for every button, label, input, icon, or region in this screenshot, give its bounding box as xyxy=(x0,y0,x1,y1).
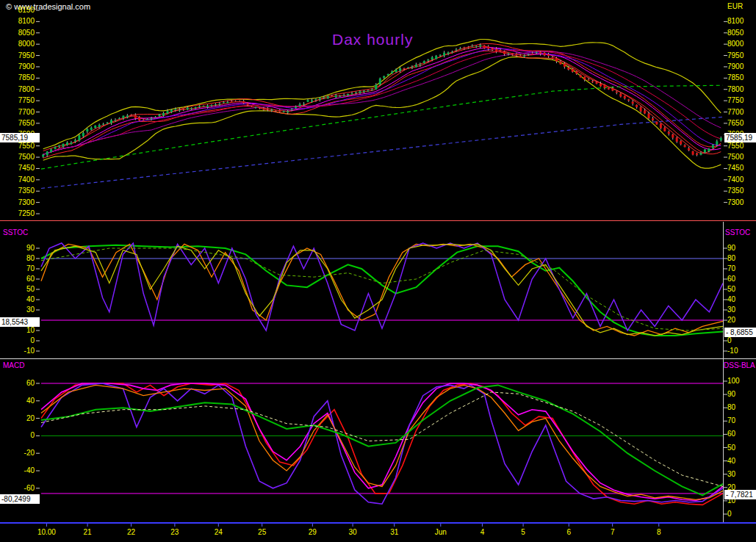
bollinger-upper-line xyxy=(43,40,721,149)
macd-value-box-left: -80,2499 xyxy=(0,494,40,504)
ma-line-4 xyxy=(43,46,721,155)
envelope-upper-line xyxy=(43,44,721,151)
price-panel xyxy=(41,40,723,189)
last-price-box-right: 7585,19 xyxy=(724,133,756,142)
bollinger-lower-line xyxy=(43,57,721,169)
ma-line-28 xyxy=(43,51,721,154)
dss-value-box-right: - 7,7821 xyxy=(724,490,756,499)
sstoc-label-left: SSTOC xyxy=(3,228,28,236)
sstoc-fast-purple xyxy=(41,243,723,330)
tradesignal-chart-window: © www.tradesignal.com Dax hourly EUR SST… xyxy=(0,0,756,542)
macd-orange xyxy=(41,385,723,499)
sstoc-label-right: SSTOC xyxy=(725,228,750,236)
sstoc-green-dashed xyxy=(41,248,723,330)
sstoc-orange xyxy=(41,244,723,336)
last-price-box-left: 7585,19 xyxy=(0,133,40,142)
sstoc-panel xyxy=(41,243,723,336)
dss-bla-label: DSS-BLA xyxy=(724,361,755,369)
sstoc-value-box-right: - 8,6855 xyxy=(724,328,756,337)
sstoc-yellow xyxy=(41,244,723,336)
copyright-text: © www.tradesignal.com xyxy=(6,2,90,11)
macd-white-dashed xyxy=(41,392,723,487)
macd-magenta xyxy=(41,383,723,501)
long-ma-blue-dashed xyxy=(41,117,723,188)
chart-canvas[interactable] xyxy=(0,0,756,542)
ma-line-20 xyxy=(43,51,721,155)
sstoc-value-box-left: 18,5543 xyxy=(0,317,40,327)
chart-title: Dax hourly xyxy=(332,31,413,48)
macd-panel xyxy=(41,383,723,505)
ma-line-9 xyxy=(43,48,721,155)
currency-label: EUR xyxy=(727,2,743,10)
macd-label: MACD xyxy=(3,361,24,369)
